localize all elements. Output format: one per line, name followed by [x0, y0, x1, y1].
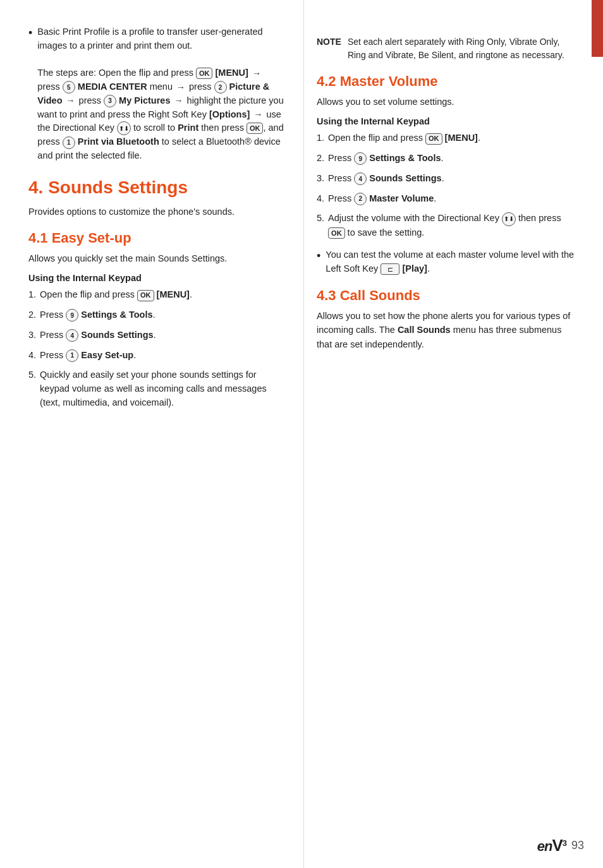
- page-number: 93: [571, 839, 584, 852]
- basic-print-section: • Basic Print Profile is a profile to tr…: [28, 25, 284, 163]
- step-content-1: Open the flip and press OK [MENU].: [40, 288, 284, 302]
- key-9-l: 9: [66, 309, 78, 322]
- section41-heading: 4.1 Easy Set-up: [28, 230, 284, 246]
- key-1-l: 1: [66, 349, 78, 362]
- step-right-4: 4. Press 2 Master Volume.: [317, 192, 578, 206]
- page-container: • Basic Print Profile is a profile to tr…: [0, 0, 603, 868]
- note-text: Set each alert separately with Ring Only…: [348, 35, 578, 62]
- footer: enV3 93: [537, 836, 584, 855]
- step-r-content-4: Press 2 Master Volume.: [328, 192, 578, 206]
- step-r-content-1: Open the flip and press OK [MENU].: [328, 131, 578, 145]
- step-right-5: 5. Adjust the volume with the Directiona…: [317, 212, 578, 239]
- step-r-num-5: 5.: [317, 212, 324, 226]
- key-4-r: 4: [354, 172, 367, 185]
- step-r-num-1: 1.: [317, 131, 324, 145]
- step-left-5: 5. Quickly and easily set your phone sou…: [28, 368, 284, 409]
- brand-en: en: [537, 838, 552, 854]
- step-content-5: Quickly and easily set your phone sounds…: [40, 368, 284, 409]
- key-3: 3: [104, 95, 116, 107]
- key-9-r: 9: [354, 152, 367, 165]
- section43-heading: 4.3 Call Sounds: [317, 287, 578, 304]
- key-2-r: 2: [354, 193, 367, 205]
- step-num-4: 4.: [28, 349, 36, 363]
- step-content-2: Press 9 Settings & Tools.: [40, 308, 284, 322]
- ok-key-1: OK: [196, 68, 213, 79]
- bullet-dot: •: [28, 25, 32, 163]
- key-4-l: 4: [66, 329, 78, 342]
- basic-print-text: Basic Print Profile is a profile to tran…: [37, 25, 284, 163]
- step-r-content-5: Adjust the volume with the Directional K…: [328, 212, 578, 239]
- step-right-2: 2. Press 9 Settings & Tools.: [317, 152, 578, 166]
- bullet-item-print: • Basic Print Profile is a profile to tr…: [28, 25, 284, 163]
- step-num-1: 1.: [28, 288, 36, 302]
- step-right-1: 1. Open the flip and press OK [MENU].: [317, 131, 578, 145]
- nav-key-1: ⬆⬇: [117, 121, 131, 135]
- call-sounds-bold: Call Sounds: [398, 325, 451, 335]
- step-num-3: 3.: [28, 329, 36, 342]
- using-keypad-right: Using the Internal Keypad: [317, 116, 578, 126]
- step-r-content-3: Press 4 Sounds Settings.: [328, 172, 578, 186]
- step-left-1: 1. Open the flip and press OK [MENU].: [28, 288, 284, 302]
- key-2a: 2: [214, 81, 227, 93]
- key-1a: 1: [63, 136, 75, 149]
- step-left-3: 3. Press 4 Sounds Settings.: [28, 329, 284, 342]
- section42-desc: Allows you to set volume settings.: [317, 95, 578, 109]
- step-r-num-4: 4.: [317, 192, 324, 206]
- bullet-dot-vol: •: [317, 248, 320, 276]
- bullet-volume-text: You can test the volume at each master v…: [326, 248, 578, 276]
- brand-v: V: [552, 836, 562, 855]
- step-content-3: Press 4 Sounds Settings.: [40, 329, 284, 342]
- right-column: NOTE Set each alert separately with Ring…: [303, 0, 603, 868]
- ok-key-2: OK: [247, 123, 264, 134]
- section41-desc: Allows you quickly set the main Sounds S…: [28, 251, 284, 265]
- ok-key-r5: OK: [328, 227, 345, 239]
- section42-heading: 4.2 Master Volume: [317, 73, 578, 90]
- section43-desc: Allows you to set how the phone alerts y…: [317, 309, 578, 351]
- bullet-volume: • You can test the volume at each master…: [317, 248, 578, 276]
- step-num-5: 5.: [28, 368, 36, 382]
- step-num-2: 2.: [28, 308, 36, 322]
- using-keypad-left: Using the Internal Keypad: [28, 273, 284, 283]
- left-softkey: ⊏: [381, 263, 399, 275]
- ok-key-r1: OK: [425, 133, 442, 145]
- basic-print-desc: Basic Print Profile is a profile to tran…: [37, 27, 262, 51]
- step-r-num-2: 2.: [317, 152, 324, 166]
- step-left-4: 4. Press 1 Easy Set-up.: [28, 349, 284, 363]
- step-r-content-2: Press 9 Settings & Tools.: [328, 152, 578, 166]
- step-content-4: Press 1 Easy Set-up.: [40, 349, 284, 363]
- step-left-2: 2. Press 9 Settings & Tools.: [28, 308, 284, 322]
- step-right-3: 3. Press 4 Sounds Settings.: [317, 172, 578, 186]
- ok-key-l1: OK: [137, 290, 154, 301]
- note-block: NOTE Set each alert separately with Ring…: [317, 35, 578, 62]
- left-column: • Basic Print Profile is a profile to tr…: [0, 0, 303, 868]
- section4-heading: 4. Sounds Settings: [28, 177, 284, 198]
- key-5: 5: [63, 81, 75, 93]
- red-tab: [592, 0, 603, 57]
- brand-logo: enV3: [537, 836, 566, 855]
- nav-key-2: ⬆⬇: [502, 212, 516, 226]
- section4-desc: Provides options to customize the phone'…: [28, 205, 284, 219]
- steps-intro-text: The steps are: Open the flip and press O…: [37, 68, 283, 160]
- brand-super: 3: [563, 838, 566, 848]
- step-r-num-3: 3.: [317, 172, 324, 186]
- note-label: NOTE: [317, 35, 341, 47]
